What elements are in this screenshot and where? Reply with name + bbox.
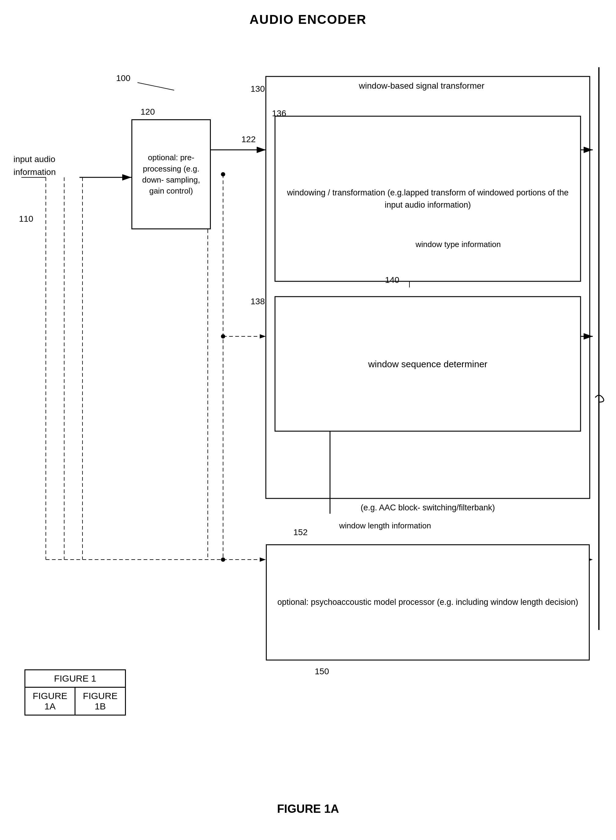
label-100: 100 bbox=[116, 74, 131, 83]
preprocessing-box: optional: pre-processing (e.g. down- sam… bbox=[131, 119, 211, 229]
svg-point-15 bbox=[221, 558, 225, 562]
label-120: 120 bbox=[141, 107, 155, 117]
label-140: 140 bbox=[385, 275, 399, 285]
label-152: 152 bbox=[293, 528, 308, 537]
label-138: 138 bbox=[251, 297, 265, 306]
figure-table-1a: FIGURE1A bbox=[25, 687, 75, 715]
aac-label: (e.g. AAC block- switching/filterbank) bbox=[275, 502, 581, 514]
window-length-info-label: window length information bbox=[339, 520, 431, 532]
figure-table: FIGURE 1 FIGURE1A FIGURE1B bbox=[25, 669, 126, 715]
input-audio-label: input audio information bbox=[13, 153, 75, 179]
figure-table-header: FIGURE 1 bbox=[25, 670, 126, 687]
window-sequence-box: window sequence determiner bbox=[275, 297, 581, 431]
figure-caption: FIGURE 1A bbox=[0, 802, 616, 815]
label-122: 122 bbox=[241, 135, 256, 144]
page-title: AUDIO ENCODER bbox=[0, 0, 616, 27]
label-110: 110 bbox=[19, 214, 33, 224]
svg-point-11 bbox=[221, 172, 225, 177]
label-150: 150 bbox=[315, 666, 329, 677]
psychoacoustic-box: optional: psychoaccoustic model processo… bbox=[266, 544, 590, 661]
window-based-label: window-based signal transformer bbox=[324, 79, 519, 92]
figure-table-1b: FIGURE1B bbox=[75, 687, 125, 715]
windowing-transformation-box: windowing / transformation (e.g.lapped t… bbox=[275, 116, 581, 281]
label-130: 130 bbox=[251, 84, 265, 94]
svg-point-13 bbox=[221, 334, 225, 338]
window-type-info-label: window type information bbox=[415, 238, 501, 250]
svg-line-2 bbox=[138, 82, 174, 90]
